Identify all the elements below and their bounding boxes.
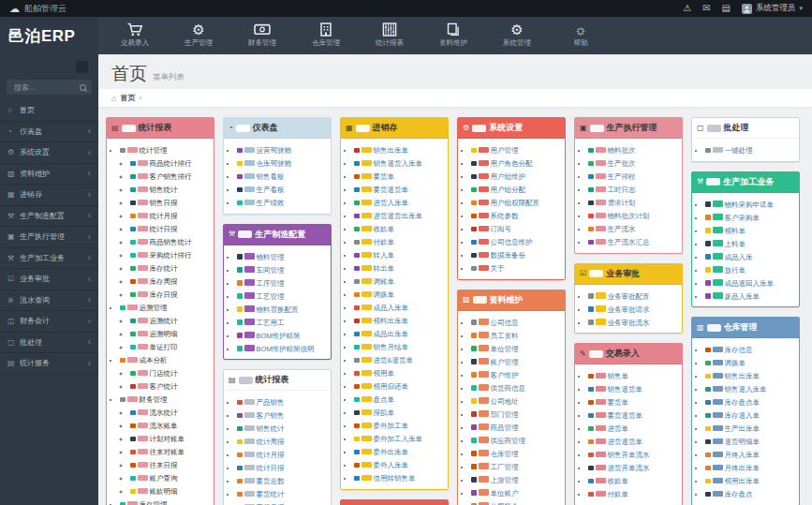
menu-item[interactable]: 生产流水汇总 (588, 235, 682, 247)
menu-item[interactable]: 销售看板 (237, 170, 331, 182)
search-input[interactable] (12, 82, 80, 93)
menu-item[interactable]: 物料替换配置 (237, 303, 331, 315)
menu-item[interactable]: 转出单 (354, 261, 448, 274)
menu-item[interactable]: 部门管理 (471, 408, 565, 420)
menu-item[interactable]: 销售日报 (130, 196, 214, 208)
menu-item[interactable]: 销售出库单 (354, 143, 448, 156)
menu-item[interactable]: 用户角色分配 (471, 156, 565, 169)
search-icon[interactable] (80, 84, 86, 91)
menu-item[interactable]: 销售开单流水 (588, 448, 682, 460)
menu-item[interactable]: 统计日报 (237, 461, 331, 473)
menu-item[interactable]: 需求计划 (588, 196, 682, 208)
menu-item[interactable]: 客户维护 (471, 368, 565, 380)
menu-item[interactable]: 员工资料 (471, 329, 565, 341)
menu-item[interactable]: 退货明细单 (705, 435, 799, 447)
menu-item[interactable]: 公司信息 (471, 316, 565, 328)
menu-item[interactable]: 借用转销售单 (354, 471, 448, 483)
nav-item-1[interactable]: 交易录入 (119, 22, 151, 48)
menu-item[interactable]: 用户组维护 (471, 170, 565, 182)
tasks-icon[interactable]: ▤ (722, 4, 731, 13)
menu-item[interactable]: 关于 (471, 261, 565, 274)
menu-item[interactable]: 成品退回入库单 (705, 276, 799, 289)
menu-item[interactable]: 单位账户 (471, 486, 565, 498)
menu-item[interactable]: 生产批次 (588, 156, 682, 169)
menu-item[interactable]: 领用出库单 (705, 474, 799, 486)
menu-item[interactable]: 库存退入单 (705, 408, 799, 421)
menu-item[interactable]: 物料批次计划 (588, 209, 682, 221)
menu-item[interactable]: 成品入库单 (354, 301, 448, 313)
menu-item[interactable]: 流水统计 (130, 406, 214, 418)
menu-item[interactable]: 账户管理 (471, 355, 565, 367)
menu-item[interactable]: 公司信息维护 (471, 235, 565, 247)
nav-item-6[interactable]: 资料维护 (437, 22, 469, 48)
menu-item[interactable]: 进货单 (588, 422, 682, 434)
sidebar-item-1[interactable]: ⌂首页 (0, 100, 98, 122)
menu-item[interactable]: 要货单 (588, 395, 682, 408)
menu-item[interactable]: 月终入库单 (705, 448, 799, 460)
menu-item[interactable]: 销售统计 (237, 422, 331, 434)
menu-item[interactable]: 报损单 (354, 406, 448, 418)
nav-item-3[interactable]: 财务管理 (246, 22, 278, 48)
menu-item[interactable]: 领料出库单 (354, 314, 448, 326)
menu-item[interactable]: 要货总数 (237, 474, 331, 486)
menu-item[interactable]: 库存周报 (130, 275, 214, 287)
menu-item[interactable]: 追溯统计 (130, 314, 214, 326)
menu-item[interactable]: 销售退入库单 (705, 382, 799, 394)
menu-item[interactable]: 库存盘点 (705, 487, 799, 499)
menu-item[interactable]: 付款单 (588, 487, 682, 499)
menu-item[interactable]: 统计月报 (237, 448, 331, 460)
menu-item[interactable]: 要货单 (354, 170, 448, 182)
menu-item[interactable]: 生产排程 (588, 170, 682, 182)
menu-item[interactable]: 委外加工单 (354, 419, 448, 431)
nav-item-4[interactable]: 仓库管理 (310, 22, 342, 48)
sidebar-item-12[interactable]: ▢批处理‹ (0, 333, 98, 354)
menu-item[interactable]: 进货退货单 (588, 435, 682, 447)
menu-item[interactable]: 调账单 (354, 275, 448, 287)
menu-item[interactable]: 用户组分配 (471, 183, 565, 195)
menu-item[interactable]: 领用归还单 (354, 379, 448, 392)
sidebar-item-3[interactable]: ⚙系统设置‹ (0, 142, 98, 164)
sidebar-item-10[interactable]: ≋流水查询‹ (0, 290, 98, 312)
menu-item[interactable]: 转入单 (354, 248, 448, 260)
menu-item[interactable]: 库存日报 (130, 288, 214, 300)
menu-item[interactable]: 供货商信息 (471, 381, 565, 394)
menu-item[interactable]: 业务审批请求 (588, 303, 682, 315)
menu-item[interactable]: 追溯明细 (130, 327, 214, 339)
menu-item[interactable]: 进货&退货单 (354, 353, 448, 365)
menu-item[interactable]: 工时日志 (588, 183, 682, 195)
menu-item[interactable]: 往来日报 (130, 458, 214, 470)
menu-item[interactable]: 用户组权限配置 (471, 196, 565, 208)
menu-item[interactable]: 数据库备份 (471, 248, 565, 260)
sidebar-item-6[interactable]: ⚒生产制造配置‹ (0, 206, 98, 228)
menu-item[interactable]: 业务审批配置 (588, 290, 682, 302)
menu-item[interactable]: 销售月结单 (354, 340, 448, 352)
menu-item[interactable]: 工艺管理 (237, 290, 331, 302)
menu-item[interactable]: 客户销售 (237, 408, 331, 421)
menu-item[interactable]: BOM维护精简说明 (237, 342, 331, 354)
menu-item[interactable]: 客户销售排行 (130, 170, 214, 182)
menu-item[interactable]: 生产绩效 (237, 196, 331, 208)
nav-item-8[interactable]: ☼帮助 (565, 22, 597, 48)
menu-item[interactable]: 进货开单流水 (588, 461, 682, 473)
menu-item[interactable]: 账户查询 (130, 471, 214, 483)
menu-item[interactable]: 库存信息 (705, 343, 799, 355)
sidebar-item-5[interactable]: ▦进销存‹ (0, 185, 98, 206)
menu-item[interactable]: 订阅号 (471, 222, 565, 234)
menu-item[interactable]: 要货退货单 (354, 183, 448, 195)
sidebar-item-9[interactable]: ☑业务审批‹ (0, 269, 98, 290)
menu-item[interactable]: 废品入库单 (705, 290, 799, 302)
menu-item[interactable]: 仓库管理 (471, 447, 565, 459)
menu-item[interactable]: 工序管理 (237, 276, 331, 289)
menu-item[interactable]: 仓库驾驶舱 (237, 156, 331, 169)
sidebar-item-7[interactable]: ▣生产执行管理‹ (0, 227, 98, 248)
menu-item[interactable]: 商品管理 (471, 421, 565, 433)
menu-item[interactable]: 销售统计 (130, 183, 214, 195)
menu-item[interactable]: 用户管理 (471, 143, 565, 156)
menu-item[interactable]: 要货月报 (237, 500, 331, 505)
menu-item[interactable]: BOM维护精简 (237, 329, 331, 341)
sidebar-item-11[interactable]: ◫财务会计‹ (0, 311, 98, 333)
menu-item[interactable]: 账款明细 (130, 484, 214, 497)
menu-item[interactable]: 一键处理 (705, 143, 799, 156)
menu-item[interactable]: 销售单 (588, 369, 682, 381)
menu-item[interactable]: 物料管理 (237, 250, 331, 262)
